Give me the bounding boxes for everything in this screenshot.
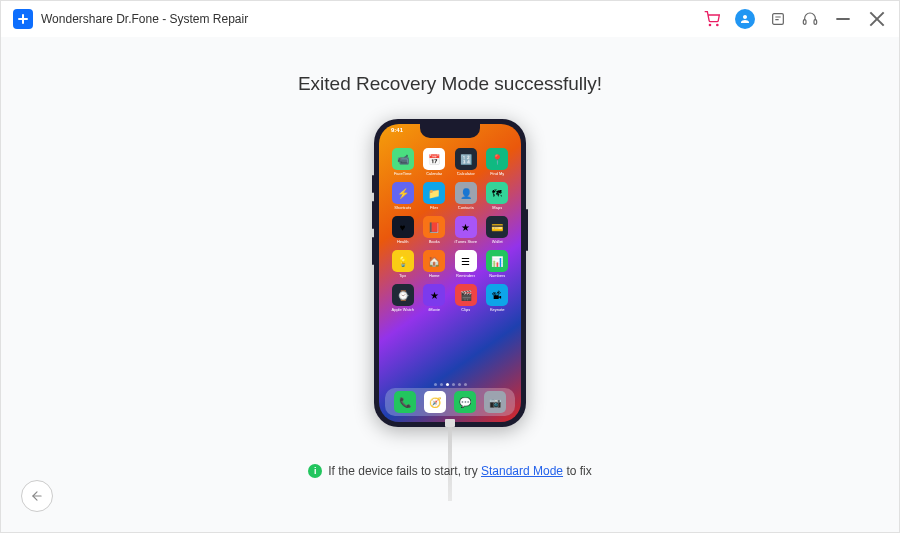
phone-volume-down [372,237,374,265]
phone-power-button [526,209,528,251]
app-icon: 🎬Clips [452,284,480,312]
svg-rect-5 [803,20,806,25]
user-icon[interactable] [735,9,755,29]
page-dots [379,383,521,386]
app-icon: 📕Books [421,216,449,244]
app-icon: 📅Calendar [421,148,449,176]
app-icon: 📁Files [421,182,449,210]
app-icon: 🏠Home [421,250,449,278]
status-time: 9:41 [391,127,403,133]
app-icon: 📊Numbers [484,250,512,278]
dock-app-icon: 📷 [484,391,506,413]
back-button[interactable] [21,480,53,512]
svg-rect-4 [773,14,784,25]
svg-rect-6 [814,20,817,25]
phone-screen: 9:41 📹FaceTime📅Calendar🔢Calculator📍Find … [379,124,521,422]
app-icon: 📹FaceTime [389,148,417,176]
close-button[interactable] [867,9,887,29]
apps-grid: 📹FaceTime📅Calendar🔢Calculator📍Find My⚡Sh… [389,148,511,312]
app-icon: ⚡Shortcuts [389,182,417,210]
titlebar-right [703,9,887,29]
standard-mode-link[interactable]: Standard Mode [481,464,563,478]
app-icon: 🗺Maps [484,182,512,210]
app-logo-icon [13,9,33,29]
dock-app-icon: 📞 [394,391,416,413]
phone-mute-switch [372,175,374,193]
hint-text: If the device fails to start, try Standa… [328,464,591,478]
app-icon: 📽Keynote [484,284,512,312]
svg-point-2 [709,24,710,25]
support-icon[interactable] [801,10,819,28]
dock-app-icon: 💬 [454,391,476,413]
app-icon: ⌚Apple Watch [389,284,417,312]
dock-app-icon: 🧭 [424,391,446,413]
app-icon: ♥Health [389,216,417,244]
app-title: Wondershare Dr.Fone - System Repair [41,12,248,26]
app-icon: ☰Reminders [452,250,480,278]
app-icon: 📍Find My [484,148,512,176]
app-icon: ★iTunes Store [452,216,480,244]
titlebar-left: Wondershare Dr.Fone - System Repair [13,9,248,29]
app-icon: 🔢Calculator [452,148,480,176]
device-illustration: 9:41 📹FaceTime📅Calendar🔢Calculator📍Find … [374,119,526,501]
usb-cable [448,425,452,501]
app-icon: 👤Contacts [452,182,480,210]
app-icon: 💡Tips [389,250,417,278]
phone-volume-up [372,201,374,229]
app-icon: ★iMovie [421,284,449,312]
titlebar: Wondershare Dr.Fone - System Repair [1,1,899,37]
svg-point-3 [717,24,718,25]
feedback-icon[interactable] [769,10,787,28]
info-icon: i [308,464,322,478]
svg-rect-1 [18,18,28,20]
phone-dock: 📞🧭💬📷 [385,388,515,416]
hint-row: i If the device fails to start, try Stan… [1,464,899,478]
content-area: Exited Recovery Mode successfully! 9:41 … [1,37,899,532]
cart-icon[interactable] [703,10,721,28]
hint-prefix: If the device fails to start, try [328,464,481,478]
headline: Exited Recovery Mode successfully! [298,73,602,95]
hint-suffix: to fix [563,464,592,478]
phone-notch [420,124,480,138]
app-icon: 💳Wallet [484,216,512,244]
iphone-frame: 9:41 📹FaceTime📅Calendar🔢Calculator📍Find … [374,119,526,427]
minimize-button[interactable] [833,9,853,29]
